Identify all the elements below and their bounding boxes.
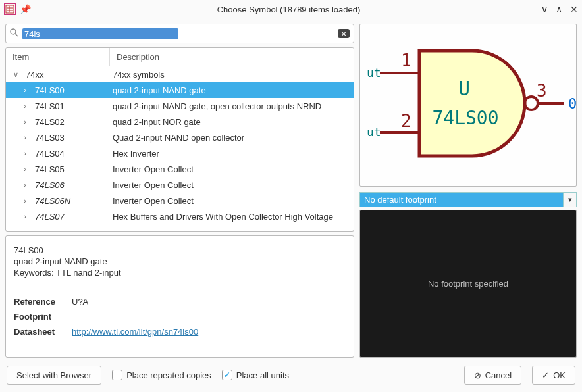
checkbox-icon (112, 370, 122, 380)
tree-part-row[interactable]: ›74LS05Inverter Open Collect (6, 161, 354, 177)
part-desc: Quad 2-input NAND open collector (110, 133, 350, 143)
reference-label: Reference (14, 297, 64, 306)
title-bar: 📌 Choose Symbol (18789 items loaded) ∨ ∧… (0, 0, 582, 18)
column-item[interactable]: Item (6, 48, 110, 66)
part-desc: quad 2-input NAND gate, open collector o… (110, 101, 350, 111)
part-name: 74LS02 (31, 117, 110, 127)
maximize-icon[interactable]: ∧ (556, 4, 562, 14)
column-description[interactable]: Description (110, 48, 354, 66)
part-name: 74LS06 (31, 180, 110, 190)
details-panel: 74LS00 quad 2-input NAND gate Keywords: … (5, 235, 354, 358)
chevron-right-icon[interactable]: › (19, 212, 31, 220)
checkbox-icon: ✓ (222, 370, 232, 380)
selected-keywords: Keywords: TTL nand 2-input (14, 268, 346, 278)
pin-marker: ut (367, 125, 381, 139)
footprint-label: Footprint (14, 312, 64, 322)
footprint-combo-value: No default footprint (360, 193, 563, 207)
symbol-tree: Item Description ∨74xx74xx symbols›74LS0… (5, 47, 354, 232)
select-with-browser-button[interactable]: Select with Browser (7, 366, 101, 385)
svg-rect-0 (6, 5, 14, 13)
footprint-message: No footprint specified (428, 279, 508, 289)
svg-point-4 (11, 29, 16, 34)
cancel-icon: ⊘ (474, 370, 481, 380)
part-desc: Hex Inverter (110, 149, 350, 159)
window-title: Choose Symbol (18789 items loaded) (36, 5, 541, 14)
chevron-down-icon[interactable]: ▾ (563, 193, 576, 207)
svg-text:2: 2 (401, 111, 411, 131)
library-desc: 74xx symbols (110, 70, 350, 80)
part-desc: Hex Buffers and Drivers With Open Collec… (110, 212, 350, 222)
chevron-right-icon[interactable]: › (19, 181, 31, 189)
tree-part-row[interactable]: ›74LS00quad 2-input NAND gate (6, 82, 354, 98)
part-name: 74LS04 (31, 149, 110, 159)
chevron-right-icon[interactable]: › (19, 165, 31, 173)
part-desc: quad 2-input NAND gate (110, 86, 350, 95)
part-name: 74LS03 (31, 133, 110, 143)
chevron-right-icon[interactable]: › (19, 118, 31, 126)
part-name: 74LS06N (31, 196, 110, 206)
place-all-units-checkbox[interactable]: ✓ Place all units (222, 370, 289, 380)
tree-part-row[interactable]: ›74LS03Quad 2-input NAND open collector (6, 130, 354, 145)
part-desc: Inverter Open Collect (110, 164, 350, 174)
pin-icon[interactable]: 📌 (20, 4, 31, 14)
check-icon: ✓ (542, 370, 549, 380)
part-desc: quad 2-input NOR gate (110, 117, 350, 127)
part-name: 74LS07 (31, 212, 110, 222)
search-value: 74ls (22, 28, 178, 39)
tree-part-row[interactable]: ›74LS07Hex Buffers and Drivers With Open… (6, 208, 354, 224)
svg-text:3: 3 (537, 81, 547, 101)
search-input[interactable]: 74ls ✕ (5, 24, 354, 43)
reference-value: U?A (72, 297, 88, 306)
app-icon (4, 3, 16, 15)
chevron-right-icon[interactable]: › (19, 149, 31, 157)
part-name: 74LS00 (31, 86, 110, 95)
svg-text:0: 0 (568, 95, 577, 112)
tree-part-row[interactable]: ›74LS02quad 2-input NOR gate (6, 114, 354, 130)
svg-point-10 (525, 97, 538, 110)
svg-text:U: U (458, 77, 470, 100)
tree-part-row[interactable]: ›74LS06NInverter Open Collect (6, 193, 354, 208)
footprint-preview[interactable]: No footprint specified (359, 210, 577, 358)
tree-part-row[interactable]: ›74LS06Inverter Open Collect (6, 177, 354, 193)
cancel-button[interactable]: ⊘ Cancel (464, 366, 521, 385)
svg-line-5 (15, 34, 18, 36)
datasheet-label: Datasheet (14, 327, 64, 337)
chevron-right-icon[interactable]: › (19, 134, 31, 141)
pin-marker: ut (367, 66, 381, 80)
ok-button[interactable]: ✓ OK (532, 366, 575, 385)
part-desc: Inverter Open Collect (110, 180, 350, 190)
tree-part-row[interactable]: ›74LS01quad 2-input NAND gate, open coll… (6, 98, 354, 114)
chevron-right-icon[interactable]: › (19, 86, 31, 94)
part-desc: Inverter Open Collect (110, 196, 350, 206)
bottom-bar: Select with Browser Place repeated copie… (0, 363, 582, 392)
place-repeated-checkbox[interactable]: Place repeated copies (112, 370, 211, 380)
part-name: 74LS05 (31, 164, 110, 174)
library-name: 74xx (22, 70, 110, 80)
place-repeated-label: Place repeated copies (126, 370, 211, 380)
clear-search-icon[interactable]: ✕ (338, 29, 350, 38)
place-all-units-label: Place all units (236, 370, 289, 380)
svg-text:74LS00: 74LS00 (432, 107, 498, 129)
chevron-down-icon[interactable]: ∨ (10, 70, 22, 79)
selected-description: quad 2-input NAND gate (14, 257, 346, 266)
tree-header: Item Description (6, 48, 354, 66)
chevron-right-icon[interactable]: › (19, 102, 31, 110)
tree-library-row[interactable]: ∨74xx74xx symbols (6, 66, 354, 82)
datasheet-link[interactable]: http://www.ti.com/lit/gpn/sn74ls00 (72, 327, 198, 337)
minimize-icon[interactable]: ∨ (541, 4, 548, 14)
footprint-combo[interactable]: No default footprint ▾ (359, 192, 577, 207)
svg-text:1: 1 (401, 51, 411, 70)
close-icon[interactable]: ✕ (570, 4, 578, 14)
selected-name: 74LS00 (14, 245, 346, 255)
part-name: 74LS01 (31, 101, 110, 111)
search-icon (10, 28, 18, 39)
tree-part-row[interactable]: ›74LS04Hex Inverter (6, 145, 354, 161)
chevron-right-icon[interactable]: › (19, 197, 31, 205)
symbol-preview[interactable]: ut ut 1 2 3 0 U 74LS00 (359, 24, 577, 187)
